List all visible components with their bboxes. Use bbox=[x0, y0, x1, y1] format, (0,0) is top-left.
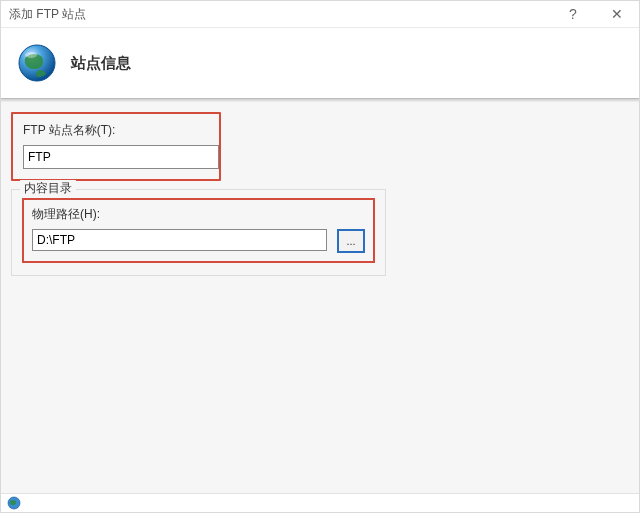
globe-icon bbox=[15, 41, 59, 85]
dialog-window: 添加 FTP 站点 ? ✕ 站 bbox=[0, 0, 640, 513]
close-button[interactable]: ✕ bbox=[595, 1, 639, 27]
dialog-header: 站点信息 bbox=[1, 28, 639, 98]
site-name-input[interactable] bbox=[23, 145, 219, 169]
window-title: 添加 FTP 站点 bbox=[1, 6, 551, 23]
globe-small-icon bbox=[7, 496, 21, 510]
page-title: 站点信息 bbox=[71, 54, 131, 73]
browse-button[interactable]: ... bbox=[337, 229, 365, 253]
help-button[interactable]: ? bbox=[551, 1, 595, 27]
ellipsis-icon: ... bbox=[346, 235, 355, 247]
physical-path-input[interactable] bbox=[32, 229, 327, 251]
content-dir-wrapper: 内容目录 物理路径(H): ... bbox=[11, 189, 629, 276]
physical-path-group: 物理路径(H): ... bbox=[22, 198, 375, 263]
content-dir-legend: 内容目录 bbox=[20, 180, 76, 197]
help-icon: ? bbox=[569, 6, 577, 22]
content-dir-fieldset: 内容目录 物理路径(H): ... bbox=[11, 189, 386, 276]
physical-path-row: ... bbox=[32, 229, 365, 253]
physical-path-label: 物理路径(H): bbox=[32, 206, 365, 223]
site-name-label: FTP 站点名称(T): bbox=[23, 122, 209, 139]
svg-point-1 bbox=[25, 52, 37, 58]
content-area: FTP 站点名称(T): 内容目录 物理路径(H): ... bbox=[1, 102, 639, 493]
site-name-group: FTP 站点名称(T): bbox=[11, 112, 221, 181]
titlebar: 添加 FTP 站点 ? ✕ bbox=[1, 1, 639, 28]
status-bar bbox=[1, 493, 639, 512]
close-icon: ✕ bbox=[611, 6, 623, 22]
